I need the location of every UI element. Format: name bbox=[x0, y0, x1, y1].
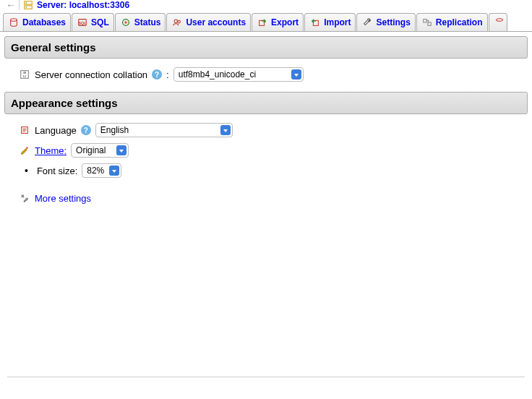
tab-label: Databases bbox=[22, 17, 66, 27]
collation-select[interactable]: utf8mb4_unicode_ci bbox=[173, 67, 304, 82]
svg-point-8 bbox=[124, 21, 127, 24]
svg-point-9 bbox=[174, 20, 177, 22]
import-icon bbox=[309, 17, 321, 28]
tab-more[interactable] bbox=[489, 13, 507, 31]
collation-icon: 4812 bbox=[19, 69, 30, 80]
database-icon bbox=[8, 17, 20, 28]
tab-user-accounts[interactable]: User accounts bbox=[166, 13, 251, 31]
tab-settings[interactable]: Settings bbox=[356, 13, 415, 31]
tools-icon bbox=[19, 192, 30, 204]
colon-text: : bbox=[166, 69, 169, 80]
svg-text:SQL: SQL bbox=[79, 21, 87, 25]
tab-label: Export bbox=[271, 17, 299, 27]
theme-icon bbox=[19, 145, 30, 156]
help-icon[interactable]: ? bbox=[152, 69, 162, 80]
tab-replication[interactable]: Replication bbox=[416, 13, 488, 31]
section-general-settings: General settings bbox=[4, 36, 528, 59]
divider bbox=[7, 377, 525, 377]
tab-label: User accounts bbox=[186, 17, 246, 27]
export-icon bbox=[257, 17, 268, 28]
tab-import[interactable]: Import bbox=[304, 13, 356, 31]
svg-point-2 bbox=[26, 2, 27, 4]
svg-point-15 bbox=[496, 19, 502, 22]
tab-label: SQL bbox=[91, 17, 109, 27]
svg-rect-1 bbox=[25, 6, 33, 9]
theme-select[interactable]: Original bbox=[71, 143, 129, 158]
users-icon bbox=[171, 17, 183, 28]
database-icon bbox=[494, 17, 505, 28]
language-icon bbox=[19, 124, 30, 136]
server-icon bbox=[22, 0, 34, 11]
language-select[interactable]: English bbox=[95, 123, 233, 137]
sql-icon: SQL bbox=[77, 17, 88, 28]
svg-text:12: 12 bbox=[22, 74, 26, 78]
back-arrow-icon[interactable]: ← bbox=[3, 0, 20, 10]
tab-label: Import bbox=[324, 17, 351, 27]
svg-point-20 bbox=[26, 147, 28, 149]
main-tabs: Databases SQL SQL Status User accounts E… bbox=[0, 13, 532, 32]
svg-rect-0 bbox=[25, 1, 33, 4]
more-settings-link[interactable]: More settings bbox=[35, 193, 91, 204]
collation-label: Server connection collation bbox=[35, 69, 147, 80]
svg-point-4 bbox=[11, 19, 17, 22]
wrench-icon bbox=[361, 17, 373, 28]
tab-label: Settings bbox=[376, 17, 410, 27]
fontsize-label: Font size: bbox=[37, 166, 77, 176]
replication-icon bbox=[421, 17, 433, 28]
tab-databases[interactable]: Databases bbox=[3, 13, 71, 31]
language-label: Language bbox=[35, 125, 77, 136]
tab-export[interactable]: Export bbox=[252, 13, 304, 31]
theme-label[interactable]: Theme: bbox=[35, 145, 66, 156]
tab-label: Status bbox=[134, 17, 161, 27]
svg-point-3 bbox=[26, 7, 27, 8]
tab-label: Replication bbox=[436, 17, 483, 27]
svg-text:48: 48 bbox=[22, 71, 26, 74]
breadcrumb-server[interactable]: Server: localhost:3306 bbox=[22, 0, 129, 11]
fontsize-select[interactable]: 82% bbox=[82, 163, 121, 178]
svg-point-10 bbox=[178, 20, 181, 23]
tab-status[interactable]: Status bbox=[115, 13, 166, 31]
status-icon bbox=[120, 17, 132, 28]
section-appearance-settings: Appearance settings bbox=[4, 92, 528, 114]
svg-rect-14 bbox=[428, 22, 431, 25]
svg-rect-13 bbox=[424, 20, 426, 22]
server-label-text: Server: localhost:3306 bbox=[37, 0, 129, 10]
help-icon[interactable]: ? bbox=[81, 125, 91, 135]
tab-sql[interactable]: SQL SQL bbox=[72, 13, 114, 31]
